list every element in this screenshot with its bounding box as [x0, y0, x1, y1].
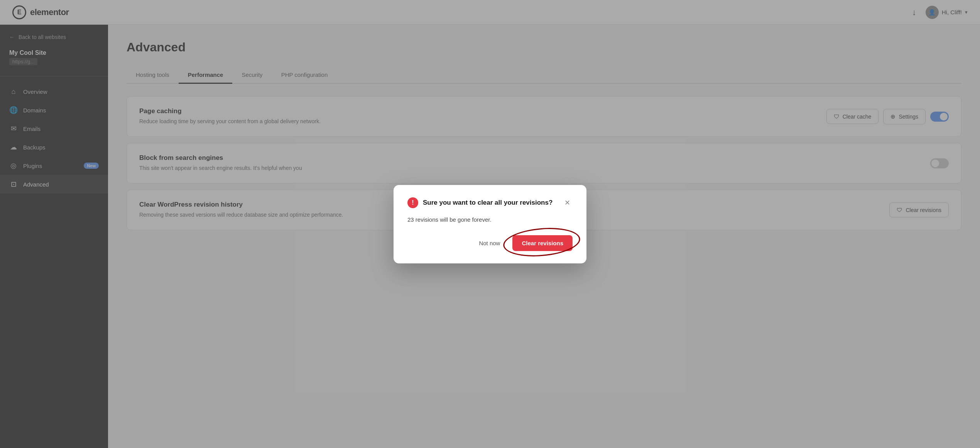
warning-icon: !	[407, 197, 418, 208]
modal-close-button[interactable]: ✕	[562, 197, 573, 208]
modal-title-row: ! Sure you want to clear all your revisi…	[407, 197, 553, 208]
modal-header: ! Sure you want to clear all your revisi…	[407, 197, 573, 208]
modal-overlay[interactable]: ! Sure you want to clear all your revisi…	[0, 0, 980, 448]
modal-body: 23 revisions will be gone forever.	[407, 215, 573, 224]
not-now-button[interactable]: Not now	[473, 236, 506, 250]
confirm-clear-revisions-button[interactable]: Clear revisions	[512, 235, 573, 251]
confirm-modal: ! Sure you want to clear all your revisi…	[394, 185, 586, 263]
modal-title: Sure you want to clear all your revision…	[423, 199, 553, 207]
modal-footer: Not now Clear revisions	[407, 235, 573, 251]
